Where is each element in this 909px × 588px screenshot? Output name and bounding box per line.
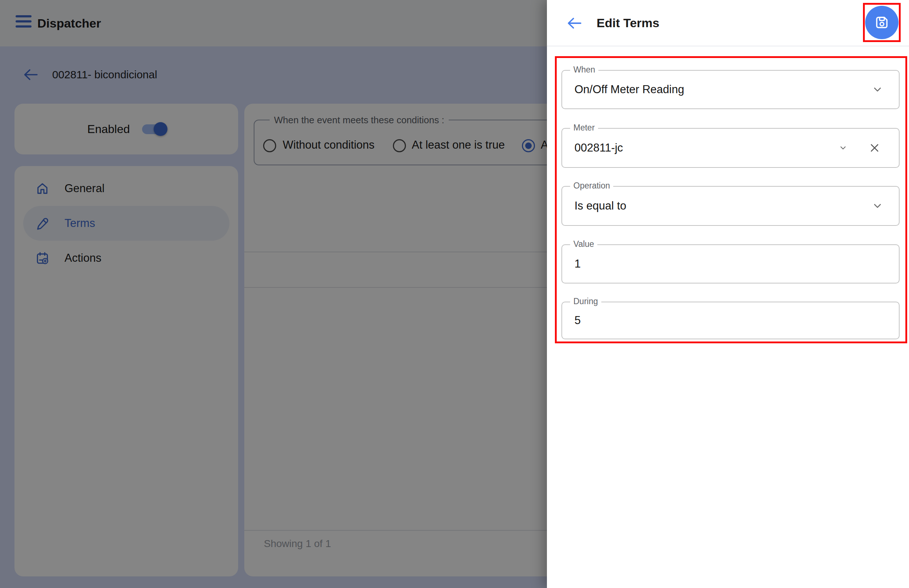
during-input[interactable]: During 5 [562, 302, 899, 339]
clear-icon[interactable] [868, 141, 882, 155]
value-input[interactable]: Value 1 [562, 244, 899, 283]
meter-select[interactable]: Meter 002811-jc [562, 128, 899, 168]
header-divider [547, 46, 909, 47]
field-value: 002811-jc [575, 141, 623, 154]
when-select[interactable]: When On/Off Meter Reading [562, 70, 899, 109]
save-button[interactable] [865, 6, 898, 39]
chevron-down-icon[interactable] [872, 200, 883, 212]
operation-select[interactable]: Operation Is equal to [562, 186, 899, 226]
field-label: Meter [570, 123, 598, 132]
field-value: On/Off Meter Reading [575, 83, 684, 96]
edit-terms-drawer: Edit Terms When On/Off Meter Reading Met… [547, 0, 909, 588]
field-label: During [570, 297, 601, 306]
drawer-title: Edit Terms [597, 0, 659, 46]
save-icon [873, 14, 891, 31]
field-value: 5 [575, 314, 581, 327]
arrow-left-icon[interactable] [566, 15, 583, 32]
drawer-header: Edit Terms [547, 0, 909, 46]
chevron-down-icon[interactable] [839, 144, 848, 152]
chevron-down-icon[interactable] [872, 84, 883, 95]
field-label: Operation [570, 181, 613, 191]
field-value: 1 [575, 257, 581, 270]
field-value: Is equal to [575, 199, 626, 212]
field-label: Value [570, 239, 597, 249]
field-label: When [570, 65, 598, 75]
